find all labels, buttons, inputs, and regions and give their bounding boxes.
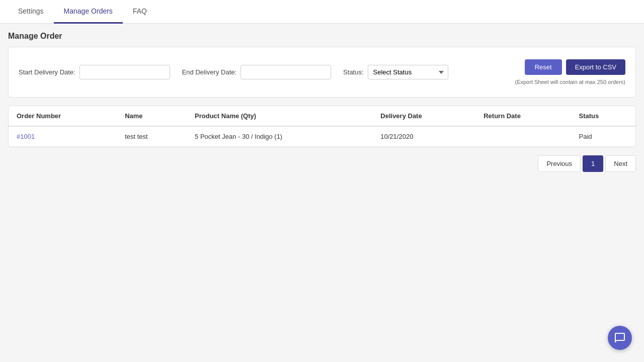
cell-order-number: #1001 xyxy=(9,126,117,147)
reset-button[interactable]: Reset xyxy=(525,59,562,75)
tab-manage-orders[interactable]: Manage Orders xyxy=(54,0,123,24)
next-button[interactable]: Next xyxy=(605,155,636,172)
page-content: Manage Order Start Delivery Date: End De… xyxy=(0,24,644,188)
tab-settings[interactable]: Settings xyxy=(8,0,54,24)
cell-status: Paid xyxy=(571,126,635,147)
tab-faq[interactable]: FAQ xyxy=(123,0,157,24)
button-group: Reset Export to CSV xyxy=(525,59,625,75)
col-product-name: Product Name (Qty) xyxy=(187,106,372,126)
pagination: Previous 1 Next xyxy=(8,147,636,180)
orders-table-container: Order Number Name Product Name (Qty) Del… xyxy=(8,106,636,147)
order-link[interactable]: #1001 xyxy=(17,133,35,140)
table-row: #1001 test test 5 Pocket Jean - 30 / Ind… xyxy=(9,126,635,147)
previous-button[interactable]: Previous xyxy=(538,155,581,172)
nav-tabs: Settings Manage Orders FAQ xyxy=(0,0,644,24)
export-button[interactable]: Export to CSV xyxy=(566,59,625,75)
col-delivery-date: Delivery Date xyxy=(372,106,475,126)
end-date-group: End Delivery Date: xyxy=(182,65,331,79)
col-order-number: Order Number xyxy=(9,106,117,126)
export-note: (Export Sheet will contain at max 250 or… xyxy=(515,79,626,85)
cell-product-name: 5 Pocket Jean - 30 / Indigo (1) xyxy=(187,126,372,147)
cell-delivery-date: 10/21/2020 xyxy=(372,126,475,147)
cell-return-date xyxy=(475,126,571,147)
orders-table: Order Number Name Product Name (Qty) Del… xyxy=(9,106,635,147)
end-date-label: End Delivery Date: xyxy=(182,68,236,76)
status-group: Status: Select Status Paid Pending Cance… xyxy=(343,65,448,79)
filter-row: Start Delivery Date: End Delivery Date: … xyxy=(19,59,625,85)
cell-name: test test xyxy=(117,126,187,147)
status-select[interactable]: Select Status Paid Pending Cancelled xyxy=(368,65,448,79)
col-status: Status xyxy=(571,106,635,126)
start-date-group: Start Delivery Date: xyxy=(19,65,170,79)
table-header: Order Number Name Product Name (Qty) Del… xyxy=(9,106,635,126)
page-1-button[interactable]: 1 xyxy=(583,155,603,172)
col-name: Name xyxy=(117,106,187,126)
page-title: Manage Order xyxy=(8,32,636,41)
col-return-date: Return Date xyxy=(475,106,571,126)
start-date-label: Start Delivery Date: xyxy=(19,68,75,76)
filter-actions: Reset Export to CSV (Export Sheet will c… xyxy=(515,59,626,85)
start-date-input[interactable] xyxy=(79,65,170,79)
end-date-input[interactable] xyxy=(240,65,331,79)
table-body: #1001 test test 5 Pocket Jean - 30 / Ind… xyxy=(9,126,635,147)
table-header-row: Order Number Name Product Name (Qty) Del… xyxy=(9,106,635,126)
status-label: Status: xyxy=(343,68,363,76)
filter-card: Start Delivery Date: End Delivery Date: … xyxy=(8,47,636,98)
